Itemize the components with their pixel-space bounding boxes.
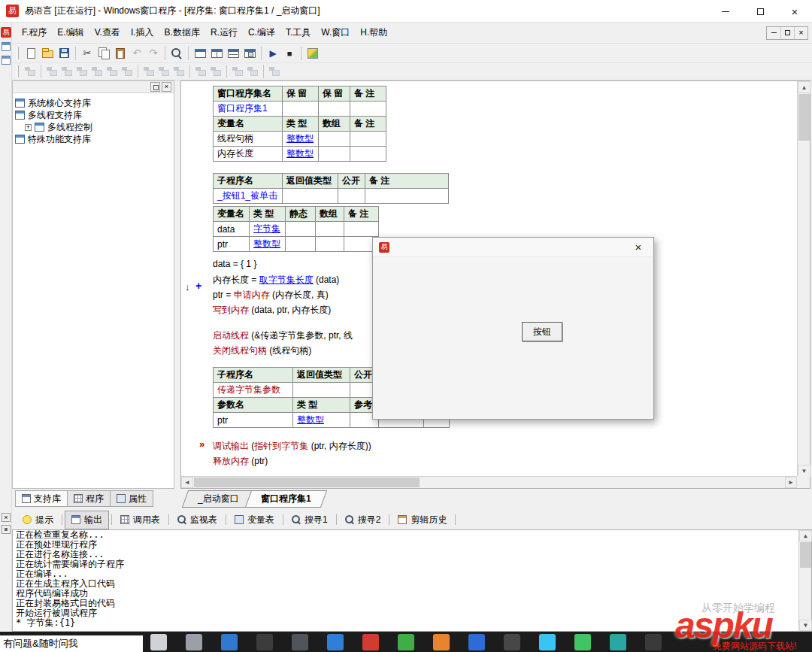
table-cell[interactable]	[316, 222, 344, 237]
scrollbar-thumb[interactable]	[800, 542, 811, 568]
same-height-icon[interactable]	[156, 65, 171, 78]
lock-icon[interactable]	[23, 65, 38, 78]
table-cell[interactable]: 字节集	[250, 222, 286, 237]
align-bottom-icon[interactable]	[89, 65, 105, 78]
table-cell[interactable]	[319, 132, 350, 147]
undo-icon[interactable]: ↶	[129, 45, 145, 62]
space-horizontal-icon[interactable]	[193, 65, 208, 78]
table-cell[interactable]: ptr	[214, 413, 293, 428]
table-cell[interactable]: 整数型	[293, 413, 350, 428]
code-line[interactable]: 关闭线程句柄 (线程句柄)	[213, 344, 311, 357]
table-cell[interactable]	[344, 222, 379, 237]
table-cell[interactable]	[283, 189, 338, 204]
menu-help[interactable]: H.帮助	[355, 23, 392, 42]
scroll-up-icon[interactable]: ▲	[798, 81, 810, 93]
center-horizontal-icon[interactable]	[105, 65, 120, 78]
table-cell[interactable]: 内存长度	[214, 147, 283, 162]
taskbar-app-icon[interactable]	[468, 634, 485, 650]
run-icon[interactable]: ▶	[265, 45, 281, 62]
dialog-titlebar[interactable]: 易 ×	[373, 238, 653, 257]
code-line[interactable]: 释放内存 (ptr)	[213, 455, 268, 468]
editor-horizontal-scrollbar[interactable]: ◄ ►	[181, 476, 797, 488]
center-vertical-icon[interactable]	[120, 65, 135, 78]
window-split-3-icon[interactable]	[225, 45, 241, 62]
toolbar-grip[interactable]	[17, 47, 19, 59]
taskbar-app-icon[interactable]	[645, 634, 662, 650]
table-cell[interactable]: 线程句柄	[214, 132, 283, 147]
taskbar-app-icon[interactable]	[610, 634, 626, 650]
taskbar-app-icon[interactable]	[398, 634, 414, 650]
scroll-left-icon[interactable]: ◄	[181, 477, 193, 488]
search-icon[interactable]	[168, 45, 185, 62]
taskbar-app-icon[interactable]	[150, 634, 167, 650]
taskbar-app-icon[interactable]	[292, 634, 308, 650]
bottom-panel-pin-icon[interactable]	[2, 525, 11, 534]
tab-properties[interactable]: 属性	[110, 490, 153, 507]
taskbar-app-icon[interactable]	[539, 634, 556, 650]
table-cell[interactable]: 整数型	[283, 147, 319, 162]
menu-run[interactable]: R.运行	[205, 23, 243, 42]
scroll-up-icon[interactable]: ▲	[799, 530, 812, 541]
scrollbar-thumb[interactable]	[194, 478, 420, 487]
menu-window[interactable]: W.窗口	[316, 23, 355, 42]
scroll-right-icon[interactable]: ►	[785, 477, 797, 488]
taskbar-app-icon[interactable]	[433, 634, 450, 650]
align-top-icon[interactable]	[74, 65, 89, 78]
dialog-close-icon[interactable]: ×	[623, 241, 653, 253]
table-cell[interactable]: 传递字节集参数	[214, 383, 293, 398]
code-line[interactable]: 写到内存 (data, ptr, 内存长度)	[213, 304, 331, 317]
table-cell[interactable]	[338, 189, 365, 204]
editor-vertical-scrollbar[interactable]: ▲ ▼	[797, 81, 810, 477]
code-line[interactable]: ptr = 申请内存 (内存长度, 真)	[213, 289, 329, 302]
menu-program[interactable]: F.程序	[17, 23, 52, 42]
menu-view[interactable]: V.查看	[89, 23, 126, 42]
window-split-4-icon[interactable]	[241, 45, 258, 62]
dock-panel-icon[interactable]	[2, 56, 11, 65]
align-left-icon[interactable]	[44, 65, 59, 78]
stop-icon[interactable]: ■	[281, 45, 298, 62]
table-cell[interactable]	[350, 102, 386, 117]
table-cell[interactable]: 整数型	[250, 237, 286, 252]
code-line[interactable]: data = { 1 }	[213, 259, 256, 269]
menu-compile[interactable]: C.编译	[243, 23, 280, 42]
table-cell[interactable]	[283, 102, 319, 117]
panel-close-icon[interactable]: ×	[162, 82, 171, 92]
tab-search1[interactable]: 搜寻1	[286, 511, 334, 529]
menu-tools[interactable]: T.工具	[280, 23, 316, 42]
taskbar-app-icon[interactable]	[574, 634, 591, 650]
tree-item-thread-lib[interactable]: 多线程支持库	[15, 109, 171, 121]
mdi-restore-button[interactable]	[780, 27, 794, 39]
tab-support-libs[interactable]: 支持库	[15, 490, 68, 507]
tree-item-thread-control[interactable]: + 多线程控制	[15, 121, 171, 133]
taskbar-app-icon[interactable]	[186, 634, 202, 650]
mdi-minimize-button[interactable]	[767, 27, 780, 39]
table-cell[interactable]	[365, 189, 449, 204]
table-cell[interactable]: 整数型	[283, 132, 319, 147]
menu-insert[interactable]: I.插入	[126, 23, 159, 42]
function-link[interactable]: 取字节集长度	[259, 274, 314, 285]
menu-edit[interactable]: E.编辑	[52, 23, 89, 42]
paste-icon[interactable]	[112, 45, 129, 62]
code-line[interactable]: 调试输出 (指针到字节集 (ptr, 内存长度))	[213, 440, 371, 453]
scrollbar-thumb[interactable]	[798, 94, 810, 141]
titlebar[interactable]: 易 易语言 [正在运行] - Windows窗口程序 - [程序集: 窗口程序集…	[0, 0, 812, 23]
output-scrollbar[interactable]: ▲ ▼	[798, 530, 811, 631]
scroll-down-icon[interactable]: ▼	[798, 465, 810, 477]
taskbar-app-icon[interactable]	[362, 634, 379, 650]
tab-start-window[interactable]: _启动窗口	[182, 490, 255, 508]
epl-dock-icon[interactable]: 易	[1, 27, 11, 38]
bring-front-icon[interactable]	[230, 65, 245, 78]
dock-panel-icon[interactable]	[2, 42, 11, 51]
taskbar-app-icon[interactable]	[327, 634, 344, 650]
maximize-button[interactable]	[743, 0, 777, 23]
menu-database[interactable]: B.数据库	[159, 23, 205, 42]
dialog-button[interactable]: 按钮	[522, 322, 562, 341]
table-cell[interactable]	[350, 132, 386, 147]
panel-header[interactable]: ×	[13, 81, 174, 93]
window-split-1-icon[interactable]	[192, 45, 208, 62]
tab-watch-table[interactable]: 监视表	[171, 511, 223, 529]
tab-variable-table[interactable]: 变量表	[229, 511, 280, 529]
mdi-close-button[interactable]: ×	[794, 27, 807, 39]
table-cell[interactable]: ptr	[214, 237, 250, 252]
table-cell[interactable]	[319, 102, 350, 117]
